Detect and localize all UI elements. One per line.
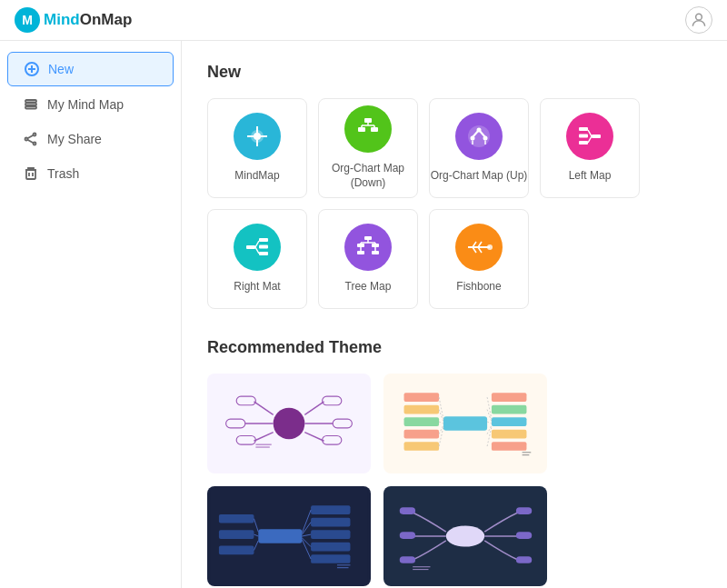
- map-card-fishbone[interactable]: Fishbone: [429, 209, 529, 309]
- sidebar-label-my-share: My Share: [47, 132, 102, 146]
- svg-rect-88: [492, 393, 527, 402]
- svg-rect-83: [404, 393, 440, 402]
- svg-point-64: [487, 244, 493, 250]
- theme-preview-2: [385, 375, 545, 472]
- map-card-right-map[interactable]: Right Mat: [207, 209, 307, 309]
- svg-rect-106: [258, 529, 302, 543]
- svg-rect-91: [492, 430, 527, 439]
- svg-rect-48: [364, 236, 372, 240]
- svg-point-31: [477, 128, 482, 133]
- svg-rect-5: [25, 104, 36, 106]
- layers-icon: [24, 97, 38, 112]
- user-avatar-icon[interactable]: [685, 6, 712, 34]
- svg-rect-107: [311, 505, 350, 514]
- svg-rect-87: [404, 442, 440, 451]
- fishbone-label: Fishbone: [456, 280, 501, 294]
- svg-point-66: [274, 408, 305, 440]
- sidebar-label-new: New: [48, 62, 74, 76]
- svg-rect-42: [246, 245, 255, 249]
- main-content: New MindMap Org-Chart Map(Down): [182, 41, 727, 588]
- org-chart-down-icon: [344, 105, 392, 153]
- new-section-title: New: [207, 63, 702, 82]
- svg-point-7: [34, 134, 36, 136]
- svg-rect-6: [25, 106, 36, 109]
- svg-rect-12: [26, 170, 35, 179]
- org-chart-down-label: Org-Chart Map(Down): [332, 162, 404, 190]
- svg-rect-23: [371, 127, 378, 132]
- svg-rect-46: [259, 245, 268, 249]
- map-card-left-map[interactable]: Left Map: [540, 98, 640, 198]
- svg-point-8: [34, 143, 36, 145]
- svg-rect-84: [404, 405, 440, 414]
- svg-rect-114: [219, 546, 254, 555]
- svg-rect-131: [516, 532, 532, 539]
- svg-point-32: [471, 136, 475, 141]
- map-card-mindmap[interactable]: MindMap: [207, 98, 307, 198]
- theme-grid: [207, 374, 702, 588]
- theme-section-title: Recommended Theme: [207, 338, 702, 357]
- map-type-grid: MindMap Org-Chart Map(Down) Org-Chart Ma…: [207, 98, 702, 309]
- svg-line-11: [27, 140, 33, 143]
- sidebar-item-trash[interactable]: Trash: [7, 157, 174, 190]
- svg-rect-52: [372, 251, 379, 254]
- sidebar-item-new[interactable]: New: [7, 52, 174, 86]
- plus-icon: [25, 62, 39, 76]
- sidebar-item-my-share[interactable]: My Share: [7, 123, 174, 155]
- svg-point-0: [696, 14, 702, 20]
- org-chart-up-label: Org-Chart Map (Up): [431, 169, 528, 184]
- svg-rect-111: [311, 554, 350, 563]
- svg-rect-21: [364, 118, 372, 123]
- svg-rect-130: [516, 507, 532, 514]
- trash-icon: [24, 166, 38, 181]
- svg-rect-113: [219, 530, 254, 539]
- svg-point-33: [483, 136, 488, 141]
- svg-rect-128: [400, 532, 415, 539]
- svg-line-38: [588, 136, 592, 143]
- svg-rect-129: [400, 556, 415, 563]
- svg-rect-110: [311, 543, 350, 552]
- svg-rect-108: [311, 518, 350, 527]
- tree-map-label: Tree Map: [345, 280, 392, 294]
- svg-rect-22: [358, 127, 365, 132]
- svg-line-44: [255, 247, 259, 254]
- svg-rect-39: [579, 127, 588, 131]
- left-map-icon: [566, 113, 613, 160]
- theme-preview-4: [385, 488, 545, 584]
- svg-rect-85: [404, 417, 440, 426]
- theme-card-1[interactable]: [207, 374, 371, 473]
- svg-point-9: [25, 138, 28, 141]
- right-map-icon: [234, 224, 281, 271]
- header: M MindOnMap: [0, 0, 727, 41]
- svg-rect-92: [492, 442, 527, 451]
- svg-rect-132: [516, 556, 532, 563]
- svg-rect-4: [25, 100, 36, 103]
- svg-rect-86: [404, 430, 440, 439]
- svg-rect-90: [492, 417, 527, 426]
- svg-rect-51: [372, 244, 379, 247]
- svg-point-16: [254, 133, 261, 140]
- svg-rect-49: [357, 244, 364, 247]
- theme-card-4[interactable]: [383, 486, 547, 586]
- svg-rect-36: [592, 135, 601, 138]
- layout: New My Mind Map My Share Trash New MindM…: [0, 41, 727, 588]
- svg-rect-112: [219, 514, 254, 523]
- svg-rect-50: [357, 251, 364, 254]
- share-icon: [24, 132, 38, 146]
- svg-line-37: [588, 130, 592, 136]
- map-card-tree-map[interactable]: Tree Map: [318, 209, 418, 309]
- tree-map-icon: [344, 224, 392, 271]
- theme-preview-3: [209, 488, 369, 584]
- mindmap-icon: [234, 113, 281, 160]
- sidebar-label-my-mind-map: My Mind Map: [47, 97, 124, 112]
- map-card-org-up[interactable]: Org-Chart Map (Up): [429, 98, 529, 198]
- theme-card-3[interactable]: [207, 486, 371, 586]
- theme-card-2[interactable]: [383, 374, 547, 473]
- svg-rect-41: [579, 141, 588, 145]
- svg-rect-89: [492, 405, 527, 414]
- svg-rect-45: [259, 238, 268, 242]
- map-card-org-down[interactable]: Org-Chart Map(Down): [318, 98, 418, 198]
- svg-rect-127: [400, 507, 415, 514]
- mindmap-label: MindMap: [234, 169, 279, 184]
- sidebar-item-my-mind-map[interactable]: My Mind Map: [7, 88, 174, 121]
- left-map-label: Left Map: [569, 169, 612, 184]
